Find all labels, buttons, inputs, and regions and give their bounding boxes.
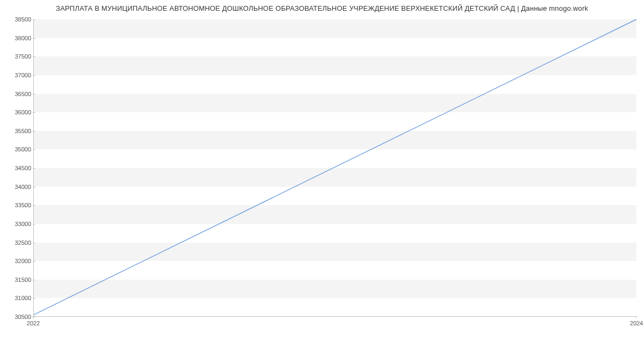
y-tick-label: 30500 xyxy=(4,314,31,320)
y-tick-label: 37000 xyxy=(4,72,31,78)
x-axis-line xyxy=(33,316,636,317)
y-tick-label: 38500 xyxy=(4,16,31,23)
y-tick-label: 31500 xyxy=(4,277,31,283)
y-tick-label: 35000 xyxy=(4,146,31,152)
y-tick-label: 37500 xyxy=(4,53,31,60)
y-tick-label: 35500 xyxy=(4,128,31,134)
y-tick-label: 33500 xyxy=(4,202,31,208)
y-tick-label: 34500 xyxy=(4,165,31,171)
y-tick-label: 32500 xyxy=(4,239,31,246)
y-tick-label: 31000 xyxy=(4,295,31,301)
y-tick-label: 34000 xyxy=(4,184,31,190)
y-tick-label: 38000 xyxy=(4,35,31,41)
x-tick-label: 2022 xyxy=(27,320,40,326)
y-tick-label: 36500 xyxy=(4,91,31,97)
plot-area xyxy=(33,19,636,317)
y-tick-label: 32000 xyxy=(4,258,31,264)
y-tick-label: 36000 xyxy=(4,109,31,115)
y-tick-label: 33000 xyxy=(4,221,31,227)
chart-title: ЗАРПЛАТА В МУНИЦИПАЛЬНОЕ АВТОНОМНОЕ ДОШК… xyxy=(0,4,644,12)
series-line xyxy=(33,19,636,317)
x-tick-label: 2024 xyxy=(630,320,643,326)
